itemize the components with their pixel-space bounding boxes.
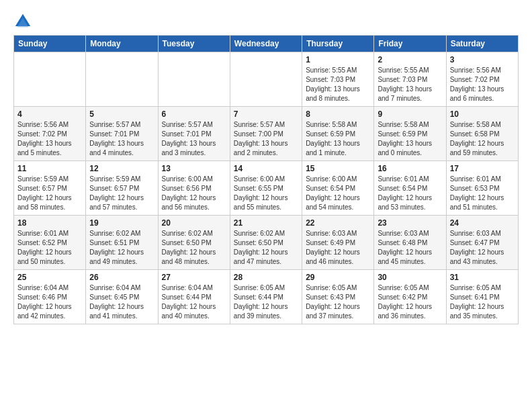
- day-number: 27: [162, 273, 226, 282]
- day-detail: Sunrise: 5:57 AMSunset: 7:00 PMDaylight:…: [234, 120, 298, 158]
- day-number: 13: [162, 164, 226, 173]
- calendar-cell: [158, 52, 230, 107]
- day-number: 21: [234, 218, 298, 228]
- day-number: 5: [89, 109, 154, 119]
- day-detail: Sunrise: 6:04 AMSunset: 6:44 PMDaylight:…: [162, 283, 226, 321]
- day-detail: Sunrise: 5:57 AMSunset: 7:01 PMDaylight:…: [89, 120, 154, 158]
- calendar-cell: 4Sunrise: 5:56 AMSunset: 7:02 PMDaylight…: [14, 107, 86, 161]
- day-number: 16: [378, 164, 442, 173]
- day-detail: Sunrise: 6:03 AMSunset: 6:48 PMDaylight:…: [378, 229, 442, 267]
- day-number: 25: [17, 273, 82, 282]
- day-number: 7: [234, 109, 298, 119]
- day-detail: Sunrise: 6:03 AMSunset: 6:49 PMDaylight:…: [306, 229, 370, 267]
- day-number: 9: [378, 109, 442, 119]
- day-detail: Sunrise: 6:00 AMSunset: 6:56 PMDaylight:…: [162, 175, 226, 212]
- calendar-cell: [230, 52, 302, 107]
- day-number: 8: [306, 109, 370, 119]
- day-number: 19: [89, 218, 154, 228]
- calendar-cell: 30Sunrise: 6:05 AMSunset: 6:42 PMDayligh…: [374, 270, 446, 324]
- weekday-header-tuesday: Tuesday: [158, 36, 230, 52]
- day-detail: Sunrise: 6:02 AMSunset: 6:50 PMDaylight:…: [234, 229, 298, 267]
- day-number: 17: [450, 164, 515, 173]
- calendar-cell: 31Sunrise: 6:05 AMSunset: 6:41 PMDayligh…: [446, 270, 518, 324]
- week-row-2: 4Sunrise: 5:56 AMSunset: 7:02 PMDaylight…: [14, 107, 519, 161]
- day-number: 2: [378, 55, 442, 64]
- calendar-cell: 3Sunrise: 5:56 AMSunset: 7:02 PMDaylight…: [446, 52, 518, 107]
- week-row-4: 18Sunrise: 6:01 AMSunset: 6:52 PMDayligh…: [14, 216, 519, 270]
- calendar-cell: 20Sunrise: 6:02 AMSunset: 6:50 PMDayligh…: [158, 216, 230, 270]
- day-number: 18: [17, 218, 82, 228]
- calendar-cell: 12Sunrise: 5:59 AMSunset: 6:57 PMDayligh…: [86, 161, 158, 216]
- day-number: 22: [306, 218, 370, 228]
- calendar-cell: 11Sunrise: 5:59 AMSunset: 6:57 PMDayligh…: [14, 161, 86, 216]
- week-row-5: 25Sunrise: 6:04 AMSunset: 6:46 PMDayligh…: [14, 270, 519, 324]
- day-detail: Sunrise: 6:05 AMSunset: 6:44 PMDaylight:…: [234, 283, 298, 321]
- calendar-cell: 9Sunrise: 5:58 AMSunset: 6:59 PMDaylight…: [374, 107, 446, 161]
- logo: [13, 12, 35, 31]
- calendar-cell: 21Sunrise: 6:02 AMSunset: 6:50 PMDayligh…: [230, 216, 302, 270]
- calendar-cell: 2Sunrise: 5:55 AMSunset: 7:03 PMDaylight…: [374, 52, 446, 107]
- weekday-header-thursday: Thursday: [302, 36, 374, 52]
- day-detail: Sunrise: 6:01 AMSunset: 6:53 PMDaylight:…: [450, 175, 515, 212]
- day-detail: Sunrise: 6:04 AMSunset: 6:45 PMDaylight:…: [89, 283, 154, 321]
- day-detail: Sunrise: 6:02 AMSunset: 6:51 PMDaylight:…: [89, 229, 154, 267]
- calendar-cell: [14, 52, 86, 107]
- calendar-cell: 17Sunrise: 6:01 AMSunset: 6:53 PMDayligh…: [446, 161, 518, 216]
- day-number: 20: [162, 218, 226, 228]
- calendar-cell: 22Sunrise: 6:03 AMSunset: 6:49 PMDayligh…: [302, 216, 374, 270]
- day-detail: Sunrise: 6:01 AMSunset: 6:52 PMDaylight:…: [17, 229, 82, 267]
- day-number: 26: [89, 273, 154, 282]
- day-number: 23: [378, 218, 442, 228]
- day-number: 4: [17, 109, 82, 119]
- day-detail: Sunrise: 6:05 AMSunset: 6:41 PMDaylight:…: [450, 283, 515, 321]
- day-number: 31: [450, 273, 515, 282]
- day-detail: Sunrise: 5:59 AMSunset: 6:57 PMDaylight:…: [17, 175, 82, 212]
- week-row-3: 11Sunrise: 5:59 AMSunset: 6:57 PMDayligh…: [14, 161, 519, 216]
- calendar-cell: 7Sunrise: 5:57 AMSunset: 7:00 PMDaylight…: [230, 107, 302, 161]
- day-number: 30: [378, 273, 442, 282]
- day-detail: Sunrise: 5:56 AMSunset: 7:02 PMDaylight:…: [450, 66, 515, 103]
- day-number: 14: [234, 164, 298, 173]
- weekday-header-row: SundayMondayTuesdayWednesdayThursdayFrid…: [14, 36, 519, 52]
- page: SundayMondayTuesdayWednesdayThursdayFrid…: [0, 0, 532, 331]
- day-detail: Sunrise: 5:58 AMSunset: 6:59 PMDaylight:…: [306, 120, 370, 158]
- calendar-cell: 25Sunrise: 6:04 AMSunset: 6:46 PMDayligh…: [14, 270, 86, 324]
- calendar-cell: 5Sunrise: 5:57 AMSunset: 7:01 PMDaylight…: [86, 107, 158, 161]
- logo-icon: [13, 12, 32, 31]
- calendar-cell: [86, 52, 158, 107]
- calendar-cell: 26Sunrise: 6:04 AMSunset: 6:45 PMDayligh…: [86, 270, 158, 324]
- day-detail: Sunrise: 5:59 AMSunset: 6:57 PMDaylight:…: [89, 175, 154, 212]
- day-detail: Sunrise: 6:02 AMSunset: 6:50 PMDaylight:…: [162, 229, 226, 267]
- day-detail: Sunrise: 5:55 AMSunset: 7:03 PMDaylight:…: [378, 66, 442, 103]
- calendar-cell: 28Sunrise: 6:05 AMSunset: 6:44 PMDayligh…: [230, 270, 302, 324]
- day-detail: Sunrise: 5:58 AMSunset: 6:58 PMDaylight:…: [450, 120, 515, 158]
- calendar-cell: 24Sunrise: 6:03 AMSunset: 6:47 PMDayligh…: [446, 216, 518, 270]
- day-number: 29: [306, 273, 370, 282]
- calendar-cell: 18Sunrise: 6:01 AMSunset: 6:52 PMDayligh…: [14, 216, 86, 270]
- calendar-cell: 13Sunrise: 6:00 AMSunset: 6:56 PMDayligh…: [158, 161, 230, 216]
- day-number: 24: [450, 218, 515, 228]
- calendar-cell: 1Sunrise: 5:55 AMSunset: 7:03 PMDaylight…: [302, 52, 374, 107]
- calendar-cell: 27Sunrise: 6:04 AMSunset: 6:44 PMDayligh…: [158, 270, 230, 324]
- calendar-cell: 6Sunrise: 5:57 AMSunset: 7:01 PMDaylight…: [158, 107, 230, 161]
- day-detail: Sunrise: 6:03 AMSunset: 6:47 PMDaylight:…: [450, 229, 515, 267]
- calendar-cell: 10Sunrise: 5:58 AMSunset: 6:58 PMDayligh…: [446, 107, 518, 161]
- day-number: 10: [450, 109, 515, 119]
- day-number: 6: [162, 109, 226, 119]
- day-number: 15: [306, 164, 370, 173]
- weekday-header-sunday: Sunday: [14, 36, 86, 52]
- calendar-cell: 8Sunrise: 5:58 AMSunset: 6:59 PMDaylight…: [302, 107, 374, 161]
- day-detail: Sunrise: 6:00 AMSunset: 6:54 PMDaylight:…: [306, 175, 370, 212]
- week-row-1: 1Sunrise: 5:55 AMSunset: 7:03 PMDaylight…: [14, 52, 519, 107]
- day-detail: Sunrise: 6:01 AMSunset: 6:54 PMDaylight:…: [378, 175, 442, 212]
- calendar-cell: 19Sunrise: 6:02 AMSunset: 6:51 PMDayligh…: [86, 216, 158, 270]
- calendar-cell: 23Sunrise: 6:03 AMSunset: 6:48 PMDayligh…: [374, 216, 446, 270]
- day-number: 1: [306, 55, 370, 64]
- day-number: 11: [17, 164, 82, 173]
- calendar-cell: 29Sunrise: 6:05 AMSunset: 6:43 PMDayligh…: [302, 270, 374, 324]
- weekday-header-monday: Monday: [86, 36, 158, 52]
- day-number: 3: [450, 55, 515, 64]
- day-detail: Sunrise: 5:55 AMSunset: 7:03 PMDaylight:…: [306, 66, 370, 103]
- calendar-table: SundayMondayTuesdayWednesdayThursdayFrid…: [13, 35, 519, 324]
- day-detail: Sunrise: 6:05 AMSunset: 6:42 PMDaylight:…: [378, 283, 442, 321]
